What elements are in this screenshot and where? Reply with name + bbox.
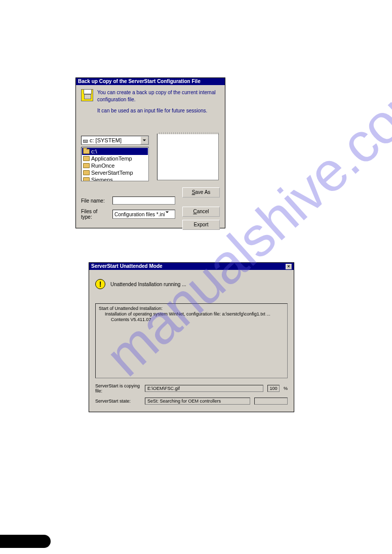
log-line: Contents V5.411.07 xyxy=(99,317,284,323)
exclamation-icon: ! xyxy=(95,279,105,289)
backup-dialog: Back up Copy of the ServerStart Configur… xyxy=(75,77,225,228)
intro-text: You can create a back up copy of the cur… xyxy=(97,89,220,114)
unattended-dialog: ServerStart Unattended Mode × ! Unattend… xyxy=(89,262,294,412)
percent-sign: % xyxy=(284,386,288,391)
preview-pane xyxy=(157,134,219,180)
hdd-icon: 🖴 xyxy=(83,138,88,143)
unattended-dialog-title: ServerStart Unattended Mode xyxy=(91,264,163,269)
folder-icon xyxy=(83,163,90,168)
chevron-down-icon xyxy=(142,138,146,142)
folder-label: RunOnce xyxy=(91,163,114,169)
folder-item[interactable]: ApplicationTemp xyxy=(82,155,148,162)
floppy-disk-icon xyxy=(81,89,93,101)
backup-dialog-title: Back up Copy of the ServerStart Configur… xyxy=(76,78,225,85)
status-text: Unattended Installation running ... xyxy=(110,282,186,287)
chevron-down-icon xyxy=(165,210,169,214)
filetype-label: Files of type: xyxy=(81,209,109,220)
log-line: Installation of operating system WinNet,… xyxy=(99,311,284,317)
folder-label: ServerStartTemp xyxy=(91,170,133,176)
folder-item[interactable]: RunOnce xyxy=(82,162,148,169)
folder-label: ApplicationTemp xyxy=(91,155,132,162)
unattended-dialog-titlebar: ServerStart Unattended Mode × xyxy=(89,263,294,270)
folder-icon xyxy=(83,177,90,181)
progress-box xyxy=(254,398,288,405)
folder-label: c:\ xyxy=(91,148,97,154)
state-label: ServerStart state: xyxy=(95,399,141,404)
folder-list[interactable]: c:\ApplicationTempRunOnceServerStartTemp… xyxy=(81,147,149,181)
drive-select-value: c: [SYSTEM] xyxy=(90,137,122,143)
log-line: Start of Unattended Installation: xyxy=(99,306,284,311)
copy-percent: 100 xyxy=(267,385,280,392)
intro-line-1: You can create a back up copy of the cur… xyxy=(97,89,220,103)
folder-icon xyxy=(83,149,90,154)
folder-item[interactable]: Siemens xyxy=(82,176,148,181)
filename-label: File name: xyxy=(81,198,109,204)
filetype-dropdown-button[interactable] xyxy=(165,210,169,219)
copy-file-readonly: E:\OEM\FSC.gif xyxy=(145,385,263,392)
cancel-button[interactable]: Cancel xyxy=(182,207,220,217)
folder-icon xyxy=(83,170,90,175)
intro-line-2: It can be used as an input file for futu… xyxy=(97,107,220,114)
export-button[interactable]: Export xyxy=(182,220,220,230)
page-tab xyxy=(0,535,51,548)
copy-label: ServerStart is copying file: xyxy=(95,383,141,393)
close-button[interactable]: × xyxy=(286,264,292,269)
filetype-value: Configuration files *.ini xyxy=(114,212,165,217)
folder-item[interactable]: ServerStartTemp xyxy=(82,169,148,176)
folder-item[interactable]: c:\ xyxy=(82,148,148,155)
log-pane: Start of Unattended Installation: Instal… xyxy=(95,303,288,378)
drive-dropdown-button[interactable] xyxy=(140,136,148,144)
filename-input[interactable] xyxy=(112,196,175,205)
drive-select[interactable]: 🖴 c: [SYSTEM] xyxy=(81,136,149,145)
folder-label: Siemens xyxy=(91,177,113,181)
save-as-button[interactable]: Save As xyxy=(182,187,220,197)
folder-icon xyxy=(83,156,90,161)
filetype-select[interactable]: Configuration files *.ini xyxy=(112,210,175,219)
close-icon: × xyxy=(287,264,290,269)
state-readonly: SeSt: Searching for OEM controllers xyxy=(145,398,250,405)
